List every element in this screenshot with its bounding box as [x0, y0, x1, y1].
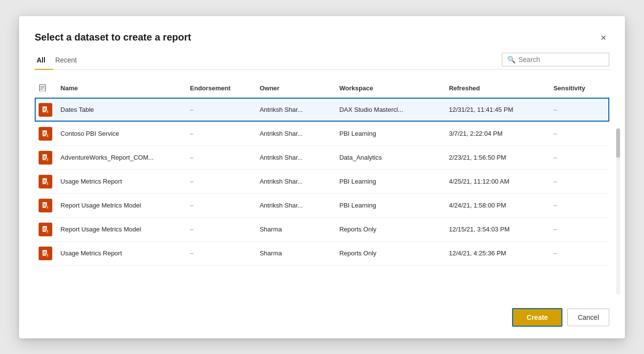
dialog: Select a dataset to create a report × Al… — [19, 16, 625, 338]
dataset-icon — [39, 127, 52, 141]
table-row[interactable]: AdventureWorks_Report_COM...–Antriksh Sh… — [35, 146, 609, 169]
dataset-endorsement: – — [186, 241, 256, 265]
dataset-refreshed: 2/23/21, 1:56:50 PM — [445, 146, 550, 169]
dataset-refreshed: 12/4/21, 4:25:36 PM — [445, 241, 550, 265]
dataset-workspace: PBI Learning — [335, 122, 445, 146]
table-row[interactable]: Report Usage Metrics Model–Antriksh Shar… — [35, 193, 609, 217]
svg-rect-45 — [47, 231, 48, 232]
svg-rect-9 — [47, 110, 48, 111]
dataset-workspace: Reports Only — [335, 217, 445, 241]
svg-rect-10 — [47, 112, 48, 112]
dialog-title: Select a dataset to create a report — [35, 32, 191, 43]
dataset-icon-cell — [35, 217, 57, 241]
svg-rect-17 — [47, 136, 48, 136]
dataset-owner: Antriksh Shar... — [256, 193, 335, 217]
dataset-owner: Antriksh Shar... — [256, 122, 335, 146]
svg-rect-38 — [47, 208, 48, 208]
dataset-owner: Sharma — [256, 241, 335, 265]
dataset-name: Usage Metrics Report — [57, 241, 186, 265]
dataset-endorsement: – — [186, 98, 256, 122]
svg-rect-23 — [47, 158, 48, 159]
dataset-refreshed: 4/25/21, 11:12:00 AM — [445, 169, 550, 193]
dataset-icon — [39, 175, 52, 188]
col-sensitivity: Sensitivity — [550, 80, 609, 98]
scrollbar-thumb[interactable] — [616, 128, 620, 158]
table-body: Dates Table–Antriksh Shar...DAX Studio M… — [35, 98, 609, 265]
dataset-name: Dates Table — [57, 98, 186, 122]
tabs-container: All Recent — [35, 52, 85, 69]
dataset-sensitivity: – — [550, 217, 609, 241]
dataset-endorsement: – — [186, 146, 256, 169]
col-refreshed: Refreshed — [445, 80, 550, 98]
dataset-name: AdventureWorks_Report_COM... — [57, 146, 186, 169]
table-row[interactable]: Usage Metrics Report–Antriksh Shar...PBI… — [35, 169, 609, 193]
dataset-workspace: Data_Analytics — [335, 146, 445, 169]
tab-recent[interactable]: Recent — [53, 52, 85, 70]
col-name: Name — [57, 80, 186, 98]
dataset-name: Usage Metrics Report — [57, 169, 186, 193]
col-endorsement: Endorsement — [186, 80, 256, 98]
dataset-endorsement: – — [186, 169, 256, 193]
dataset-endorsement: – — [186, 193, 256, 217]
dataset-icon-cell — [35, 193, 57, 217]
dataset-owner: Antriksh Shar... — [256, 146, 335, 169]
tab-all[interactable]: All — [35, 52, 53, 70]
dataset-name: Report Usage Metrics Model — [57, 193, 186, 217]
table-row[interactable]: Contoso PBI Service–Antriksh Shar...PBI … — [35, 122, 609, 146]
search-input[interactable] — [518, 56, 604, 63]
table-row[interactable]: Usage Metrics Report–SharmaReports Only1… — [35, 241, 609, 265]
dataset-icon-cell — [35, 98, 57, 122]
dataset-workspace: DAX Studio Mastercl... — [335, 98, 445, 122]
dataset-owner: Antriksh Shar... — [256, 98, 335, 122]
dialog-footer: Create Cancel — [35, 302, 609, 327]
dataset-sensitivity: – — [550, 98, 609, 122]
dataset-icon — [39, 223, 52, 236]
dataset-icon — [39, 151, 52, 165]
col-owner: Owner — [256, 80, 335, 98]
svg-rect-24 — [47, 160, 48, 160]
dataset-sensitivity: – — [550, 146, 609, 169]
col-icon — [35, 80, 57, 98]
tabs-row: All Recent 🔍 — [35, 52, 609, 70]
dataset-icon-cell — [35, 122, 57, 146]
dataset-owner: Antriksh Shar... — [256, 169, 335, 193]
table-row[interactable]: Dates Table–Antriksh Shar...DAX Studio M… — [35, 98, 609, 122]
search-icon: 🔍 — [507, 56, 515, 63]
svg-rect-44 — [47, 230, 48, 231]
dataset-icon — [39, 103, 52, 117]
dataset-icon — [39, 199, 52, 212]
dataset-refreshed: 12/15/21, 3:54:03 PM — [445, 217, 550, 241]
dataset-workspace: PBI Learning — [335, 169, 445, 193]
close-button[interactable]: × — [598, 32, 609, 43]
create-button[interactable]: Create — [512, 308, 563, 327]
dataset-sensitivity: – — [550, 241, 609, 265]
dataset-icon-cell — [35, 169, 57, 193]
svg-rect-52 — [47, 255, 48, 256]
dataset-icon — [39, 247, 52, 260]
dataset-sensitivity: – — [550, 193, 609, 217]
dataset-refreshed: 3/7/21, 2:22:04 PM — [445, 122, 550, 146]
dataset-workspace: PBI Learning — [335, 193, 445, 217]
dataset-icon-cell — [35, 241, 57, 265]
dataset-table-container: Name Endorsement Owner Workspace Refresh… — [35, 80, 609, 292]
svg-rect-37 — [47, 206, 48, 207]
table-row[interactable]: Report Usage Metrics Model–SharmaReports… — [35, 217, 609, 241]
dataset-owner: Sharma — [256, 217, 335, 241]
col-workspace: Workspace — [335, 80, 445, 98]
svg-rect-51 — [47, 254, 48, 255]
dataset-table: Name Endorsement Owner Workspace Refresh… — [35, 80, 609, 266]
search-box: 🔍 — [502, 53, 609, 66]
dataset-endorsement: – — [186, 122, 256, 146]
dataset-endorsement: – — [186, 217, 256, 241]
dataset-refreshed: 12/31/21, 11:41:45 PM — [445, 98, 550, 122]
svg-rect-30 — [47, 182, 48, 183]
dataset-refreshed: 4/24/21, 1:58:00 PM — [445, 193, 550, 217]
table-header-row: Name Endorsement Owner Workspace Refresh… — [35, 80, 609, 98]
dialog-header: Select a dataset to create a report × — [35, 32, 609, 43]
svg-rect-16 — [47, 134, 48, 135]
svg-rect-31 — [47, 184, 48, 184]
cancel-button[interactable]: Cancel — [567, 309, 609, 326]
dataset-workspace: Reports Only — [335, 241, 445, 265]
dataset-sensitivity: – — [550, 169, 609, 193]
scrollbar-track — [616, 128, 620, 294]
